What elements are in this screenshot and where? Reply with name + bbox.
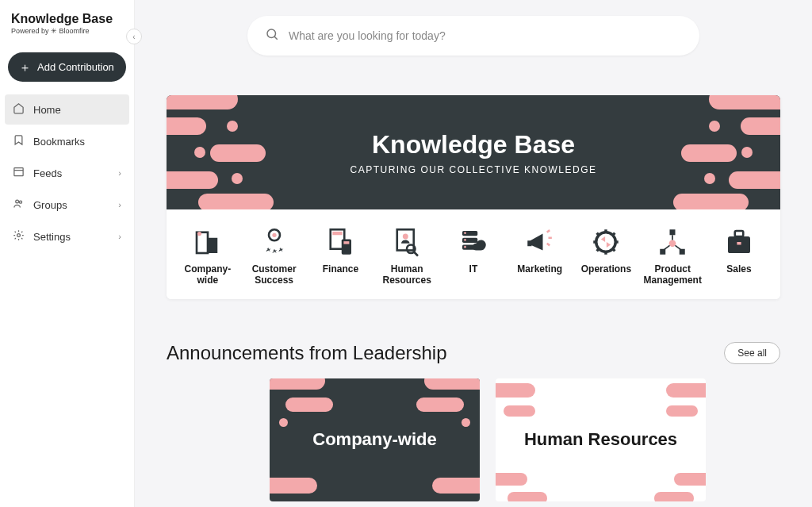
decor-dot <box>279 418 288 427</box>
decor-blob <box>432 478 480 494</box>
chevron-right-icon: › <box>118 200 121 209</box>
sidebar-item-bookmarks[interactable]: Bookmarks <box>5 126 129 156</box>
sidebar-item-feeds[interactable]: Feeds › <box>5 158 129 188</box>
category-label: Finance <box>323 263 358 275</box>
svg-point-23 <box>464 232 466 234</box>
category-sales[interactable]: Sales <box>707 225 772 286</box>
svg-line-34 <box>676 245 681 249</box>
category-label: IT <box>469 263 478 275</box>
svg-point-5 <box>267 29 276 38</box>
category-label: Human Resources <box>374 263 439 286</box>
category-label: Marketing <box>517 263 562 275</box>
decor-blob <box>709 95 780 109</box>
svg-point-24 <box>464 239 466 241</box>
sidebar-collapse-toggle[interactable]: ‹ <box>126 29 142 44</box>
decor-blob <box>270 478 317 494</box>
svg-rect-8 <box>208 238 217 253</box>
sidebar-item-home[interactable]: Home <box>5 94 129 125</box>
decor-blob <box>496 473 527 486</box>
announcements-list: Company-wide Human Resources <box>167 378 780 501</box>
category-customer-success[interactable]: Customer Success <box>242 225 307 286</box>
see-all-button[interactable]: See all <box>724 342 780 364</box>
decor-blob <box>674 473 706 486</box>
category-label: Customer Success <box>242 263 307 286</box>
decor-blob <box>673 194 749 209</box>
svg-point-31 <box>669 240 676 247</box>
category-label: Operations <box>581 263 631 275</box>
decor-dot <box>741 147 753 158</box>
sidebar-item-label: Groups <box>33 199 67 211</box>
svg-point-3 <box>19 201 21 203</box>
svg-rect-37 <box>737 242 741 245</box>
bookmark-icon <box>13 134 25 148</box>
svg-rect-28 <box>670 229 676 235</box>
decor-dot <box>462 418 470 427</box>
category-it[interactable]: IT <box>441 225 506 286</box>
sidebar-item-settings[interactable]: Settings › <box>5 221 129 252</box>
svg-point-11 <box>272 233 276 237</box>
decor-blob <box>508 492 547 501</box>
svg-rect-13 <box>333 232 343 235</box>
decor-dot <box>709 121 720 132</box>
groups-icon <box>13 198 25 212</box>
category-label: Sales <box>726 263 751 275</box>
announcements-title: Announcements from Leadership <box>167 342 447 364</box>
decor-blob <box>496 383 535 398</box>
brand-title: Knowledge Base <box>11 12 123 26</box>
category-finance[interactable]: Finance <box>308 225 373 286</box>
decor-dot <box>227 121 238 132</box>
decor-blob <box>666 405 698 417</box>
plus-icon: ＋ <box>19 61 31 73</box>
brand-subtitle: Powered by ✳ Bloomfire <box>11 27 123 35</box>
main-content: Knowledge Base CAPTURING OUR COLLECTIVE … <box>135 0 812 507</box>
announcement-card-company-wide[interactable]: Company-wide <box>270 378 480 501</box>
category-human-resources[interactable]: Human Resources <box>374 225 439 286</box>
server-cloud-icon <box>457 225 490 259</box>
decor-blob <box>741 117 780 135</box>
building-icon <box>191 225 224 259</box>
svg-rect-15 <box>344 241 350 244</box>
sidebar-item-label: Settings <box>33 231 71 243</box>
calculator-icon <box>324 225 357 259</box>
decor-blob <box>729 171 780 189</box>
sidebar-nav: Home Bookmarks Feeds › Groups › <box>0 94 134 253</box>
person-stars-icon <box>258 225 291 259</box>
search-box[interactable] <box>247 16 699 56</box>
svg-line-19 <box>414 252 418 255</box>
svg-point-2 <box>16 200 19 203</box>
sidebar-item-groups[interactable]: Groups › <box>5 190 129 220</box>
decor-blob <box>424 378 480 390</box>
category-company-wide[interactable]: Company-wide <box>175 225 240 286</box>
categories-row: Company-wide Customer Success Finance <box>167 209 780 299</box>
settings-icon <box>13 229 25 244</box>
hero-card: Knowledge Base CAPTURING OUR COLLECTIVE … <box>167 95 780 299</box>
svg-line-6 <box>274 36 278 40</box>
decor-blob <box>681 144 737 162</box>
chevron-right-icon: › <box>118 168 121 178</box>
decor-blob <box>270 378 325 390</box>
svg-line-33 <box>665 245 670 249</box>
decor-blob <box>285 398 333 412</box>
category-operations[interactable]: Operations <box>573 225 638 286</box>
decor-blob <box>210 144 266 162</box>
decor-blob <box>167 171 218 189</box>
home-icon <box>13 102 25 117</box>
megaphone-icon <box>523 225 557 259</box>
svg-point-9 <box>197 232 201 236</box>
announcement-card-human-resources[interactable]: Human Resources <box>496 378 706 501</box>
person-search-icon <box>390 225 423 259</box>
category-marketing[interactable]: Marketing <box>508 225 573 286</box>
svg-rect-36 <box>735 231 744 236</box>
svg-point-17 <box>403 234 408 240</box>
category-product-management[interactable]: Product Management <box>640 225 705 286</box>
search-icon <box>265 27 279 44</box>
hero-title: Knowledge Base <box>372 130 575 159</box>
category-label: Company-wide <box>175 263 240 286</box>
hero-banner: Knowledge Base CAPTURING OUR COLLECTIVE … <box>167 95 780 209</box>
search-input[interactable] <box>289 29 682 42</box>
decor-blob <box>416 398 464 412</box>
decor-blob <box>167 117 206 135</box>
category-label: Product Management <box>640 263 705 286</box>
decor-blob <box>666 383 706 398</box>
add-contribution-button[interactable]: ＋ Add Contribution <box>8 52 126 82</box>
